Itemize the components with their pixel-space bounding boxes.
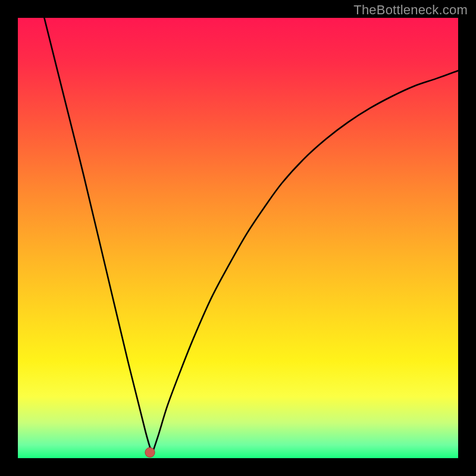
watermark-text: TheBottleneck.com [353, 2, 468, 18]
chart-frame: TheBottleneck.com [0, 0, 476, 476]
plot-area [18, 18, 458, 458]
gradient-background [18, 18, 458, 458]
bottleneck-curve-chart [18, 18, 458, 458]
minimum-marker-dot [145, 447, 155, 457]
